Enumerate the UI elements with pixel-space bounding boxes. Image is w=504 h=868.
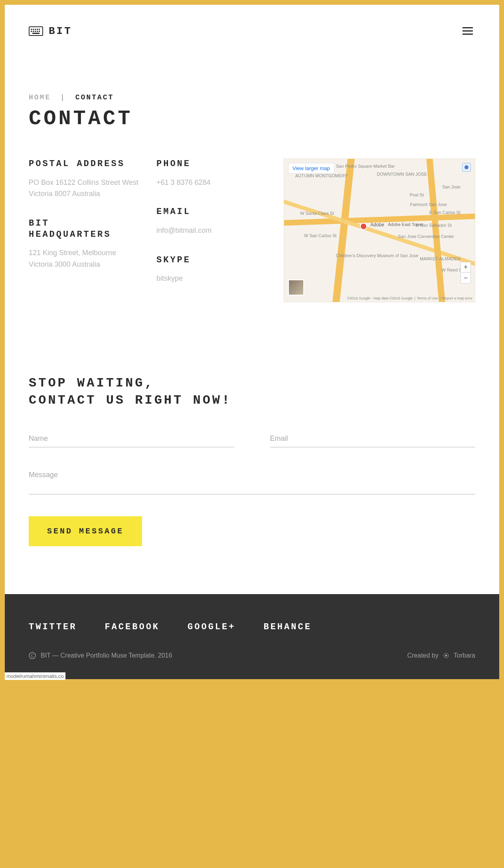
map-label: W Santa Clara St	[300, 211, 334, 216]
hq-line2: Victoria 3000 Australia	[29, 259, 140, 270]
map-pin-label2: Adobe East Tower	[388, 222, 423, 227]
watermark: modelrumahminimalis.co	[5, 672, 65, 680]
phone-heading: PHONE	[156, 159, 244, 170]
svg-rect-11	[32, 33, 40, 34]
postal-heading: POSTAL ADDRESS	[29, 159, 140, 170]
footer-created-by: Created by	[407, 652, 438, 659]
map-user-icon[interactable]	[462, 163, 471, 172]
postal-line2: Victoria 8007 Australia	[29, 188, 140, 200]
postal-line1: PO Box 16122 Collins Street West	[29, 177, 140, 188]
breadcrumb-current: CONTACT	[75, 93, 114, 101]
svg-text:C: C	[31, 654, 34, 658]
svg-rect-12	[462, 27, 473, 28]
map-label: Post St	[410, 192, 424, 197]
name-input[interactable]	[29, 430, 234, 448]
svg-rect-8	[35, 31, 36, 32]
map-pin-label: Adobe	[370, 222, 384, 228]
footer-copyright: BIT — Creative Portfolio Muse Template. …	[41, 652, 172, 659]
svg-rect-14	[462, 34, 473, 35]
map-label: E San Carlos St	[429, 210, 461, 215]
svg-rect-2	[33, 29, 34, 30]
email-value: info@bitmail.com	[156, 225, 244, 236]
message-input[interactable]	[29, 467, 475, 495]
svg-rect-7	[33, 31, 34, 32]
map-zoom-out-button[interactable]: −	[461, 273, 470, 283]
keyboard-icon	[29, 26, 43, 36]
map-label: W Reed St	[442, 268, 463, 272]
map-pin-icon	[360, 223, 367, 230]
svg-rect-5	[39, 29, 40, 30]
map-label: DOWNTOWN SAN JOSE	[377, 172, 427, 176]
breadcrumb-separator: |	[60, 93, 66, 101]
map-attribution: ©2016 Google - Map data ©2016 Google|Ter…	[347, 296, 472, 300]
svg-rect-4	[37, 29, 38, 30]
svg-rect-3	[35, 29, 36, 30]
phone-value: +61 3 8376 6284	[156, 177, 244, 188]
social-googleplus[interactable]: GOOGLE+	[188, 622, 235, 632]
svg-rect-13	[462, 30, 473, 32]
menu-toggle-button[interactable]	[460, 25, 475, 38]
svg-rect-10	[39, 31, 40, 32]
form-title: STOP WAITING, CONTACT US RIGHT NOW!	[29, 375, 475, 409]
page-title: CONTACT	[29, 107, 475, 131]
map-label: San Jose	[442, 184, 461, 189]
breadcrumb-home[interactable]: HOME	[29, 93, 51, 101]
breadcrumb: HOME | CONTACT	[29, 93, 475, 101]
map-view-larger-button[interactable]: View larger map	[288, 163, 334, 174]
map-imagery-toggle[interactable]	[288, 279, 304, 295]
map-label: Fairmont San Jose	[410, 202, 447, 207]
email-heading: EMAIL	[156, 206, 244, 218]
social-behance[interactable]: BEHANCE	[263, 622, 311, 632]
social-twitter[interactable]: TWITTER	[29, 622, 77, 632]
footer-author[interactable]: Torbara	[454, 652, 475, 659]
hq-line1: 121 King Street, Melbourne	[29, 247, 140, 259]
svg-rect-9	[37, 31, 38, 32]
hq-heading: BIT HEADQUARTERS	[29, 218, 140, 240]
map-label: W San Carlos St	[304, 233, 336, 238]
map-zoom-in-button[interactable]: +	[461, 262, 470, 273]
send-message-button[interactable]: SEND MESSAGE	[29, 516, 142, 546]
map-label: Children's Discovery Museum of San Jose	[336, 253, 418, 258]
logo-text: BIT	[49, 25, 72, 37]
map-label: MARKET-ALMADEN	[420, 256, 461, 261]
author-icon	[443, 652, 450, 659]
map-embed[interactable]: AUTUMN MONTGOMERY DOWNTOWN SAN JOSE San …	[284, 159, 475, 302]
site-logo[interactable]: BIT	[29, 25, 72, 37]
map-label: San Pedro Square Market Bar	[336, 164, 395, 168]
map-label: AUTUMN MONTGOMERY	[295, 173, 348, 178]
hamburger-icon	[462, 27, 473, 35]
skype-value: bitskype	[156, 273, 244, 284]
email-input[interactable]	[270, 430, 476, 448]
svg-rect-1	[31, 29, 32, 30]
map-label: San Jose Convention Center	[398, 234, 454, 239]
svg-point-18	[445, 655, 447, 657]
skype-heading: SKYPE	[156, 255, 244, 266]
social-facebook[interactable]: FACEBOOK	[105, 622, 160, 632]
svg-rect-6	[31, 31, 32, 32]
copyright-icon: C	[29, 652, 36, 659]
